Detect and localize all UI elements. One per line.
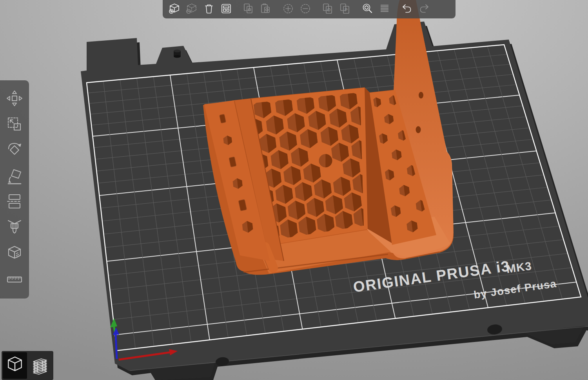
toolbar-copy[interactable] [240,1,257,18]
undo-arrow-icon [401,2,413,16]
gizmo-toolbar [0,80,29,299]
toolbar-redo[interactable] [416,1,433,18]
toolbar-undo[interactable] [398,1,416,18]
svg-text:O: O [327,7,331,12]
toolbar-split-to-objects[interactable]: O [319,1,336,18]
toolbar-variable-layer-height[interactable] [376,1,393,18]
toolbar-add[interactable] [166,1,183,18]
ruler-icon [5,270,24,290]
gizmo-rotate[interactable] [4,141,25,161]
redo-arrow-icon [418,2,430,16]
search-icon [361,2,374,16]
gizmo-paint-supports[interactable] [4,218,25,238]
model-honeycomb-bracket[interactable] [203,0,454,275]
toolbar-separator [393,0,398,18]
instance-plus-icon [282,2,294,16]
rotate-gizmo-icon [5,141,24,161]
layer-bars-icon [378,2,391,16]
trash-icon [203,2,215,16]
toolbar-separator [314,0,319,18]
split-objects-icon: O [321,2,334,16]
view-mode-toggles [2,351,53,380]
toolbar-paste[interactable] [257,1,274,18]
svg-text:P: P [345,7,347,12]
copy-icon [242,2,255,16]
instance-minus-icon [299,2,312,16]
gizmo-measure[interactable] [4,270,25,290]
toolbar-separator [235,0,240,18]
split-parts-icon: P [339,2,351,16]
arrange-grid-icon [220,2,232,16]
view-toggle-3d-editor[interactable] [3,352,27,379]
gizmo-place-on-face[interactable] [4,166,25,187]
toolbar-split-to-parts[interactable]: P [336,1,354,18]
toolbar-separator [354,0,359,18]
cube-3d-icon [6,355,24,376]
gizmo-cut[interactable] [4,192,25,212]
cube-minus-icon [185,2,198,16]
scale-gizmo-icon [5,115,24,135]
gizmo-seam-painting[interactable] [4,244,25,264]
toolbar-arrange[interactable] [218,1,235,18]
paste-icon [260,2,272,16]
flatten-gizmo-icon [5,166,24,187]
gizmo-scale[interactable] [4,115,25,135]
gizmo-move[interactable] [4,89,25,109]
cut-gizmo-icon [5,192,24,212]
toolbar-add-instance[interactable] [279,1,297,18]
toolbar-delete[interactable] [183,1,200,18]
toolbar-remove-instance[interactable] [297,1,314,18]
brush-gizmo-icon [5,218,24,238]
toolbar-separator [274,0,279,18]
top-toolbar: O P [163,0,456,18]
seam-cube-icon [5,244,24,264]
cube-plus-icon [168,2,181,16]
layer-stack-icon [31,355,49,376]
view-toggle-layers-preview[interactable] [28,352,52,379]
move-gizmo-icon [5,89,24,109]
viewport-3d[interactable]: ORIGINAL PRUSA i3 MK3 by Josef Prusa [0,0,588,380]
toolbar-search[interactable] [359,1,376,18]
toolbar-delete-all[interactable] [200,1,218,18]
